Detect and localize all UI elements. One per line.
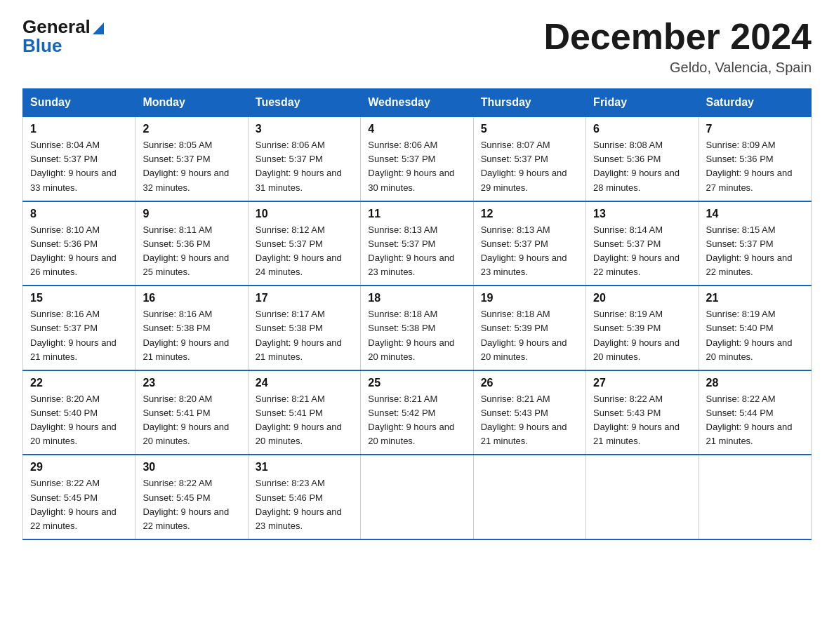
title-block: December 2024 Geldo, Valencia, Spain — [543, 17, 812, 76]
calendar-day-31: 31Sunrise: 8:23 AMSunset: 5:46 PMDayligh… — [248, 455, 360, 539]
calendar-day-4: 4Sunrise: 8:06 AMSunset: 5:37 PMDaylight… — [361, 116, 473, 201]
calendar-day-empty — [699, 455, 811, 539]
day-number: 8 — [30, 208, 128, 220]
day-info: Sunrise: 8:17 AMSunset: 5:38 PMDaylight:… — [256, 307, 353, 364]
col-header-wednesday: Wednesday — [361, 89, 473, 117]
day-number: 29 — [30, 461, 128, 474]
day-number: 1 — [30, 123, 128, 135]
col-header-monday: Monday — [135, 89, 248, 117]
day-info: Sunrise: 8:16 AMSunset: 5:37 PMDaylight:… — [30, 307, 128, 364]
svg-marker-0 — [93, 22, 104, 34]
day-info: Sunrise: 8:12 AMSunset: 5:37 PMDaylight:… — [256, 223, 353, 280]
col-header-thursday: Thursday — [473, 89, 585, 117]
day-number: 10 — [256, 208, 353, 220]
calendar-day-17: 17Sunrise: 8:17 AMSunset: 5:38 PMDayligh… — [248, 286, 360, 370]
day-number: 20 — [593, 292, 691, 304]
day-number: 31 — [256, 461, 353, 474]
day-info: Sunrise: 8:08 AMSunset: 5:36 PMDaylight:… — [593, 138, 691, 195]
calendar-week-1: 1Sunrise: 8:04 AMSunset: 5:37 PMDaylight… — [23, 116, 812, 201]
calendar-day-empty — [586, 455, 699, 539]
day-info: Sunrise: 8:13 AMSunset: 5:37 PMDaylight:… — [481, 223, 578, 280]
day-number: 17 — [256, 292, 353, 304]
month-title: December 2024 — [543, 17, 812, 57]
calendar-day-19: 19Sunrise: 8:18 AMSunset: 5:39 PMDayligh… — [473, 286, 585, 370]
day-number: 16 — [143, 292, 240, 304]
calendar-day-14: 14Sunrise: 8:15 AMSunset: 5:37 PMDayligh… — [699, 201, 811, 286]
calendar-day-10: 10Sunrise: 8:12 AMSunset: 5:37 PMDayligh… — [248, 201, 360, 286]
day-info: Sunrise: 8:09 AMSunset: 5:36 PMDaylight:… — [706, 138, 804, 195]
col-header-friday: Friday — [586, 89, 699, 117]
calendar-day-23: 23Sunrise: 8:20 AMSunset: 5:41 PMDayligh… — [135, 370, 248, 455]
day-number: 9 — [143, 208, 240, 220]
day-number: 3 — [256, 123, 353, 135]
day-info: Sunrise: 8:21 AMSunset: 5:42 PMDaylight:… — [368, 392, 465, 449]
col-header-tuesday: Tuesday — [248, 89, 360, 117]
day-number: 5 — [481, 123, 578, 135]
day-number: 21 — [706, 292, 804, 304]
calendar-week-4: 22Sunrise: 8:20 AMSunset: 5:40 PMDayligh… — [23, 370, 812, 455]
day-info: Sunrise: 8:20 AMSunset: 5:41 PMDaylight:… — [143, 392, 240, 449]
day-info: Sunrise: 8:20 AMSunset: 5:40 PMDaylight:… — [30, 392, 128, 449]
calendar-week-5: 29Sunrise: 8:22 AMSunset: 5:45 PMDayligh… — [23, 455, 812, 539]
logo: General Blue — [22, 17, 104, 55]
day-number: 14 — [706, 208, 804, 220]
calendar-day-24: 24Sunrise: 8:21 AMSunset: 5:41 PMDayligh… — [248, 370, 360, 455]
calendar-day-1: 1Sunrise: 8:04 AMSunset: 5:37 PMDaylight… — [23, 116, 135, 201]
day-number: 30 — [143, 461, 240, 474]
calendar-day-2: 2Sunrise: 8:05 AMSunset: 5:37 PMDaylight… — [135, 116, 248, 201]
day-info: Sunrise: 8:15 AMSunset: 5:37 PMDaylight:… — [706, 223, 804, 280]
day-number: 22 — [30, 377, 128, 389]
logo-general: General — [22, 17, 91, 37]
calendar-day-15: 15Sunrise: 8:16 AMSunset: 5:37 PMDayligh… — [23, 286, 135, 370]
day-number: 23 — [143, 377, 240, 389]
calendar-table: SundayMondayTuesdayWednesdayThursdayFrid… — [22, 88, 812, 540]
day-info: Sunrise: 8:22 AMSunset: 5:45 PMDaylight:… — [30, 476, 128, 533]
day-info: Sunrise: 8:18 AMSunset: 5:38 PMDaylight:… — [368, 307, 465, 364]
day-number: 12 — [481, 208, 578, 220]
calendar-day-8: 8Sunrise: 8:10 AMSunset: 5:36 PMDaylight… — [23, 201, 135, 286]
calendar-day-9: 9Sunrise: 8:11 AMSunset: 5:36 PMDaylight… — [135, 201, 248, 286]
calendar-day-11: 11Sunrise: 8:13 AMSunset: 5:37 PMDayligh… — [361, 201, 473, 286]
day-info: Sunrise: 8:18 AMSunset: 5:39 PMDaylight:… — [481, 307, 578, 364]
day-info: Sunrise: 8:22 AMSunset: 5:44 PMDaylight:… — [706, 392, 804, 449]
day-number: 28 — [706, 377, 804, 389]
day-number: 27 — [593, 377, 691, 389]
day-info: Sunrise: 8:06 AMSunset: 5:37 PMDaylight:… — [368, 138, 465, 195]
day-number: 18 — [368, 292, 465, 304]
calendar-day-28: 28Sunrise: 8:22 AMSunset: 5:44 PMDayligh… — [699, 370, 811, 455]
day-info: Sunrise: 8:14 AMSunset: 5:37 PMDaylight:… — [593, 223, 691, 280]
day-number: 26 — [481, 377, 578, 389]
calendar-day-26: 26Sunrise: 8:21 AMSunset: 5:43 PMDayligh… — [473, 370, 585, 455]
logo-triangle-icon — [91, 19, 104, 34]
day-number: 25 — [368, 377, 465, 389]
calendar-day-empty — [361, 455, 473, 539]
calendar-day-5: 5Sunrise: 8:07 AMSunset: 5:37 PMDaylight… — [473, 116, 585, 201]
calendar-day-16: 16Sunrise: 8:16 AMSunset: 5:38 PMDayligh… — [135, 286, 248, 370]
day-number: 11 — [368, 208, 465, 220]
page-header: General Blue December 2024 Geldo, Valenc… — [22, 17, 812, 76]
day-info: Sunrise: 8:10 AMSunset: 5:36 PMDaylight:… — [30, 223, 128, 280]
calendar-day-7: 7Sunrise: 8:09 AMSunset: 5:36 PMDaylight… — [699, 116, 811, 201]
day-info: Sunrise: 8:21 AMSunset: 5:41 PMDaylight:… — [256, 392, 353, 449]
col-header-saturday: Saturday — [699, 89, 811, 117]
calendar-day-20: 20Sunrise: 8:19 AMSunset: 5:39 PMDayligh… — [586, 286, 699, 370]
calendar-day-29: 29Sunrise: 8:22 AMSunset: 5:45 PMDayligh… — [23, 455, 135, 539]
calendar-day-22: 22Sunrise: 8:20 AMSunset: 5:40 PMDayligh… — [23, 370, 135, 455]
day-number: 15 — [30, 292, 128, 304]
calendar-day-12: 12Sunrise: 8:13 AMSunset: 5:37 PMDayligh… — [473, 201, 585, 286]
day-info: Sunrise: 8:04 AMSunset: 5:37 PMDaylight:… — [30, 138, 128, 195]
day-number: 13 — [593, 208, 691, 220]
day-info: Sunrise: 8:11 AMSunset: 5:36 PMDaylight:… — [143, 223, 240, 280]
day-info: Sunrise: 8:06 AMSunset: 5:37 PMDaylight:… — [256, 138, 353, 195]
calendar-header-row: SundayMondayTuesdayWednesdayThursdayFrid… — [23, 89, 812, 117]
calendar-day-21: 21Sunrise: 8:19 AMSunset: 5:40 PMDayligh… — [699, 286, 811, 370]
day-number: 2 — [143, 123, 240, 135]
calendar-day-30: 30Sunrise: 8:22 AMSunset: 5:45 PMDayligh… — [135, 455, 248, 539]
day-info: Sunrise: 8:19 AMSunset: 5:39 PMDaylight:… — [593, 307, 691, 364]
day-info: Sunrise: 8:13 AMSunset: 5:37 PMDaylight:… — [368, 223, 465, 280]
day-info: Sunrise: 8:22 AMSunset: 5:43 PMDaylight:… — [593, 392, 691, 449]
calendar-day-18: 18Sunrise: 8:18 AMSunset: 5:38 PMDayligh… — [361, 286, 473, 370]
calendar-day-empty — [473, 455, 585, 539]
calendar-day-13: 13Sunrise: 8:14 AMSunset: 5:37 PMDayligh… — [586, 201, 699, 286]
day-number: 6 — [593, 123, 691, 135]
